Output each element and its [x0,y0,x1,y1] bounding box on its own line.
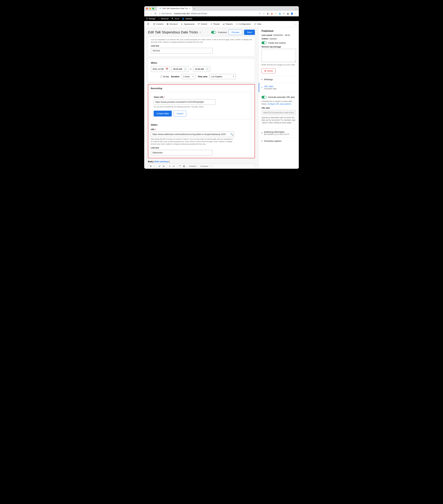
bookmark-icon[interactable]: ☆ [262,12,265,15]
menu-icon[interactable]: ⋮ [295,12,297,15]
content-icon [153,23,155,25]
new-tab-button[interactable]: + [194,7,195,10]
delete-button[interactable]: 🗑Delete [261,68,276,73]
browser-actions: ⇪ ☆ ◉ ▦ ✳ 💧 ✦ ▣ 👤 ⋮ [258,12,297,15]
image-button[interactable]: 🖼 [182,165,186,168]
unlink-button[interactable]: ⛓ [162,165,166,168]
when-title: When [151,61,252,64]
slides-url-input[interactable] [151,131,234,137]
profile-avatar-icon[interactable]: 👤 [290,12,293,15]
extension-icon-1[interactable]: ◉ [266,12,269,15]
authoring-accordion[interactable]: ▾ Authoring information By mandclu (1) o… [259,128,299,138]
blockquote-button[interactable]: ❝❞ [178,165,182,168]
user-menu[interactable]: 👤mandclu [182,18,192,20]
save-button[interactable]: Save [244,30,255,35]
url-alias-panel: Generate automatic URL alias Uncheck thi… [259,92,299,128]
source-button[interactable]: ⧉ Source [200,165,209,168]
clock-icon: 🕐 [206,68,208,70]
manage-menu[interactable]: ☰Manage [146,18,155,20]
revision-label: Create new revision [268,42,286,44]
traffic-lights [146,8,154,9]
share-icon[interactable]: ⇪ [258,12,261,15]
close-window[interactable] [146,8,148,9]
cancel-button[interactable]: Cancel [174,111,186,116]
number-list-button[interactable]: 1≡ [172,165,176,168]
extension-icon-3[interactable]: ✳ [274,12,277,15]
search-icon: 🔍 [230,133,233,136]
start-time-input[interactable]: 08:30 AM🕐 [171,66,188,72]
allday-checkbox[interactable]: All day [160,75,169,78]
maximize-button[interactable]: ⛶ [210,165,213,168]
bold-button[interactable]: B [149,165,152,168]
favorite-star-icon[interactable]: ☆ [199,31,202,34]
toolbar-appearance[interactable]: Appearance [181,23,195,25]
promotion-accordion[interactable]: ▾Promotion options [259,138,299,144]
video-url-label: Video URL [154,96,249,98]
italic-button[interactable]: I [153,165,155,168]
toolbar-reports[interactable]: Reports [222,23,233,25]
timezone-select[interactable]: Los Angeles [210,74,236,79]
shortcuts-menu[interactable]: ☆Shortcuts [158,18,169,20]
when-datetime-row: 2021-12-09📅 08:30 AM🕐 to 10:30 AM🕐 [151,66,252,72]
revlog-label: Revision log message [261,46,296,48]
svg-rect-4 [167,24,168,24]
revision-toggle[interactable] [261,41,266,44]
svg-rect-10 [223,24,223,25]
extension-icon-2[interactable]: ▦ [270,12,273,15]
when-card: When 2021-12-09📅 08:30 AM🕐 to 10:30 AM🕐 … [148,58,255,82]
reload-icon[interactable]: ⟳ [154,12,157,15]
drupal-logo-icon[interactable] [146,22,150,26]
metatags-accordion[interactable]: ▾Metatags [259,76,299,83]
duration-select[interactable]: 2 hours [182,74,195,79]
toolbar-help[interactable]: ?Help [254,23,261,25]
published-label: Published [218,31,227,34]
toolbar-extend[interactable]: Extend [198,23,207,25]
toolbar-configuration[interactable]: Configuration [236,23,251,25]
url-field[interactable]: ⚠ Not Secure | mandclu.lndo.site:8080/no… [158,12,257,15]
bullet-list-button[interactable]: ⁝≡ [168,165,171,168]
edit-summary-link[interactable]: Edit summary [155,160,168,163]
appearance-icon [181,23,183,25]
linktext-input[interactable] [151,48,213,54]
svg-point-13 [237,24,237,24]
goto-menu[interactable]: 🔍Go to [171,18,179,20]
forward-icon[interactable]: → [150,12,153,15]
link-card: such as /node/add or an external URL suc… [148,37,255,56]
minimize-window[interactable] [149,8,151,9]
to-label: to [190,68,191,70]
video-help-text: You can link to media from the following… [154,106,249,108]
close-tab-icon[interactable]: × [189,7,190,10]
collapse-toolbar-icon[interactable]: ← [293,21,299,27]
browser-tab[interactable]: Edit Talk Stupendous Date Tric × [157,6,192,11]
configure-alias-link[interactable]: Configure URL alias patterns. [267,103,292,105]
extensions-icon[interactable]: ✦ [282,12,285,15]
chevron-down-icon: ▾ [261,78,262,80]
revlog-textarea[interactable] [261,49,296,62]
slides-linktext-input[interactable] [151,150,213,155]
toolbar-people[interactable]: People [210,23,220,25]
tabs-dropdown-icon[interactable]: ⌄ [295,7,297,10]
end-time-input[interactable]: 10:30 AM🕐 [193,66,210,72]
toolbar-structure[interactable]: Structure [166,23,178,25]
url-alias-accordion[interactable]: ▴ URL alias Automatic alias [259,83,299,92]
create-video-button[interactable]: Create video [154,111,172,116]
video-url-input[interactable] [154,99,216,105]
titlebar: Edit Talk Stupendous Date Tric × + ⌄ [144,6,299,11]
url-path: :8080/node/33/edit [191,12,207,15]
tab-title: Edit Talk Stupendous Date Tric [163,7,188,10]
date-input[interactable]: 2021-12-09📅 [151,66,170,72]
gen-auto-toggle[interactable] [261,96,266,99]
format-select[interactable]: Format ▾ [188,165,197,168]
toolbar-content[interactable]: Content [153,23,163,25]
maximize-window[interactable] [152,8,154,9]
back-icon[interactable]: ← [146,12,149,15]
structure-icon [166,23,169,25]
extension-icon-4[interactable]: 💧 [278,12,281,15]
main-layout: Edit Talk Stupendous Date Tricks ☆ Publi… [144,27,299,169]
url-help-text: such as /node/add or an external URL suc… [151,38,252,43]
published-toggle[interactable] [211,31,216,34]
panel-icon[interactable]: ▣ [286,12,289,15]
extend-icon [198,23,200,25]
preview-button[interactable]: Preview [229,30,242,35]
link-button[interactable]: 🔗 [158,165,161,168]
